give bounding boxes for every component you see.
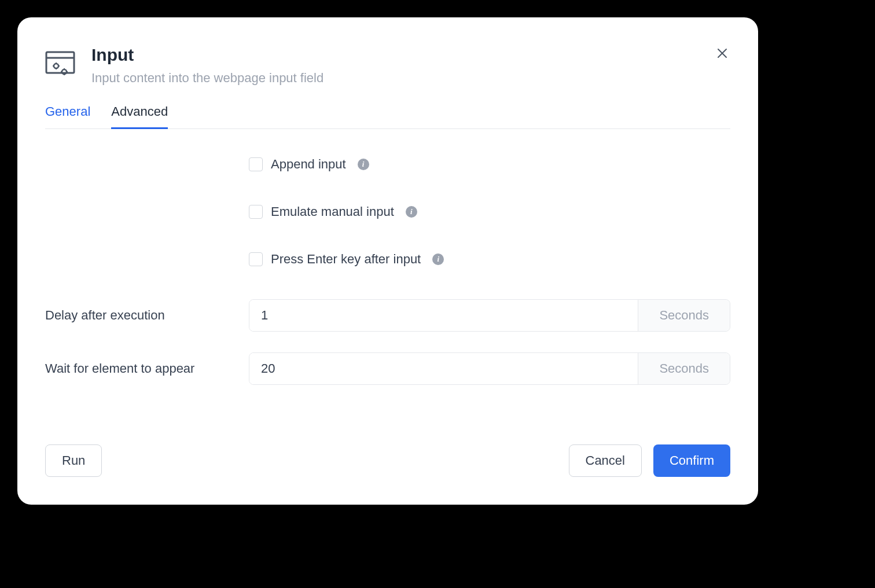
cancel-button[interactable]: Cancel (569, 444, 642, 477)
wait-unit: Seconds (638, 353, 730, 384)
header-text: Input Input content into the webpage inp… (91, 45, 730, 86)
modal-subtitle: Input content into the webpage input fie… (91, 71, 730, 86)
modal-header: Input Input content into the webpage inp… (45, 45, 730, 86)
input-settings-modal: Input Input content into the webpage inp… (17, 17, 758, 505)
delay-input-group: Seconds (249, 299, 730, 332)
emulate-manual-row: Emulate manual input i (45, 204, 730, 219)
delay-row: Delay after execution Seconds (45, 299, 730, 332)
append-input-row: Append input i (45, 157, 730, 172)
close-icon (715, 46, 729, 60)
svg-point-4 (54, 64, 58, 68)
wait-label: Wait for element to appear (45, 361, 235, 376)
info-icon[interactable]: i (358, 159, 369, 170)
info-icon[interactable]: i (432, 253, 444, 265)
info-icon[interactable]: i (406, 206, 417, 218)
input-action-icon (45, 49, 75, 79)
delay-input[interactable] (249, 300, 638, 331)
modal-footer: Run Cancel Confirm (45, 444, 730, 477)
tabs: General Advanced (45, 104, 730, 129)
svg-point-9 (62, 69, 67, 74)
emulate-manual-checkbox[interactable] (249, 205, 263, 219)
delay-unit: Seconds (638, 300, 730, 331)
delay-label: Delay after execution (45, 308, 235, 323)
footer-right: Cancel Confirm (569, 444, 731, 477)
press-enter-row: Press Enter key after input i (45, 252, 730, 267)
press-enter-label: Press Enter key after input (271, 252, 421, 267)
wait-input[interactable] (249, 353, 638, 384)
emulate-manual-label: Emulate manual input (271, 204, 394, 219)
tab-general[interactable]: General (45, 104, 90, 128)
form-content: Append input i Emulate manual input i Pr… (45, 157, 730, 444)
confirm-button[interactable]: Confirm (653, 444, 730, 477)
svg-rect-2 (46, 52, 74, 73)
run-button[interactable]: Run (45, 444, 102, 477)
append-input-label: Append input (271, 157, 346, 172)
tab-advanced[interactable]: Advanced (111, 104, 168, 128)
close-button[interactable] (714, 45, 730, 61)
modal-title: Input (91, 45, 730, 65)
wait-row: Wait for element to appear Seconds (45, 352, 730, 385)
wait-input-group: Seconds (249, 352, 730, 385)
append-input-checkbox[interactable] (249, 157, 263, 171)
press-enter-checkbox[interactable] (249, 252, 263, 266)
